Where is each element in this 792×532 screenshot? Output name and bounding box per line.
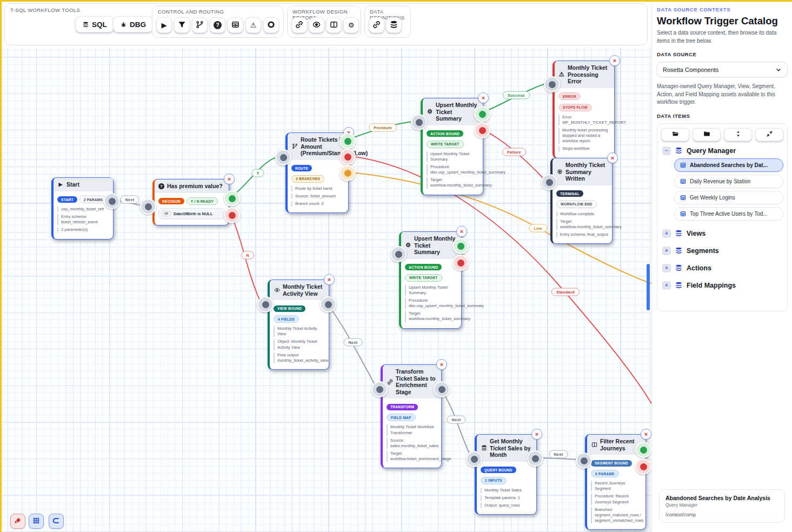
query-input-port[interactable] <box>466 451 482 467</box>
route-premium-port[interactable] <box>340 133 356 149</box>
close-node-button[interactable]: × <box>456 226 467 237</box>
chevron-down-icon <box>775 66 782 73</box>
table-icon <box>680 178 686 184</box>
tree-item-label: Daily Revenue by Station <box>690 178 750 184</box>
view-output-port[interactable] <box>320 296 336 312</box>
node-transform[interactable]: × Transform Ticket Sales to Enrichment S… <box>381 364 442 468</box>
node-badge: WRITE TARGET <box>427 141 464 148</box>
snap-magnet-button[interactable] <box>49 514 64 529</box>
tree-group-actions[interactable]: + Actions <box>662 264 782 272</box>
workflow-canvas[interactable]: Next Y N Premium Success Failure Low Sta… <box>0 48 651 532</box>
eye-icon <box>274 287 280 293</box>
tree-item-daily-revenue[interactable]: Daily Revenue by Station <box>674 175 783 188</box>
tree-group-segments[interactable]: + Segments <box>662 247 782 255</box>
canvas-scrollbar-thumb[interactable] <box>647 264 650 310</box>
play-tool-button[interactable]: ▶ <box>156 17 172 33</box>
warning-icon: ⚠ <box>250 22 257 29</box>
tree-group-field-mappings[interactable]: + Field Mappings <box>662 281 782 290</box>
columns-editor-button[interactable] <box>326 17 342 33</box>
decision-no-port[interactable] <box>224 207 240 223</box>
node-decision[interactable]: × ?Has premium value? DECISIONY / N READ… <box>152 179 229 225</box>
segment-matched-port[interactable] <box>635 442 651 458</box>
data-source-select[interactable]: Rosetta Components <box>657 62 788 77</box>
database-icon <box>675 264 682 271</box>
node-detail: Target: workflow.monthly_ticket_summary <box>427 177 480 188</box>
node-badge: ACTION BOUND <box>427 130 463 137</box>
folder-closed-icon <box>703 130 710 139</box>
node-title: Transform Ticket Sales to Enrichment Sta… <box>396 368 437 395</box>
node-detail: Upsert Monthly Ticket Summary <box>427 151 480 162</box>
detail-path: /context/comp <box>665 512 778 517</box>
tree-item-label: Abandoned Searches by Dat... <box>690 162 768 168</box>
sort-button[interactable] <box>724 128 752 141</box>
terminal-input-port[interactable] <box>541 174 557 190</box>
fit-collapse-button[interactable] <box>755 128 783 141</box>
close-node-button[interactable]: × <box>607 152 618 163</box>
node-processing-error[interactable]: × ⚠Monthly Ticket Processing Error ERROR… <box>553 61 615 158</box>
funnel-tool-button[interactable] <box>174 17 190 33</box>
eye-editor-button[interactable] <box>309 17 324 33</box>
upsert1-success-port[interactable] <box>474 106 490 122</box>
columns-icon <box>330 21 338 30</box>
close-node-button[interactable]: × <box>641 429 651 440</box>
collapse-all-button[interactable] <box>693 128 721 141</box>
upsert1-input-port[interactable] <box>411 114 427 130</box>
close-node-button[interactable]: × <box>531 429 542 440</box>
decision-yes-port[interactable] <box>224 190 240 207</box>
route-standard-port[interactable] <box>340 149 356 165</box>
node-get-ticket-sales[interactable]: × Get Monthly Ticket Sales by Month QUER… <box>475 434 537 515</box>
tree-group-query-manager[interactable]: − Query Manager <box>662 147 782 155</box>
node-summary-written[interactable]: × Monthly Ticket Summary Written TERMINA… <box>550 158 613 244</box>
error-input-port[interactable] <box>544 76 560 92</box>
route-input-port[interactable] <box>275 149 291 165</box>
node-activity-view[interactable]: × Monthly Ticket Activity View VIEW BOUN… <box>268 280 329 370</box>
branch-tool-button[interactable] <box>192 17 208 33</box>
close-node-button[interactable]: × <box>478 92 489 103</box>
tree-group-views[interactable]: + Views <box>662 229 782 238</box>
expand-group-button[interactable]: + <box>662 281 671 290</box>
tree-item-abandoned-searches[interactable]: Abandoned Searches by Dat... <box>674 158 783 172</box>
close-node-button[interactable]: × <box>224 174 235 184</box>
collapse-group-button[interactable]: − <box>662 147 671 155</box>
grid-toggle-button[interactable] <box>29 514 44 529</box>
start-output-port[interactable] <box>104 193 120 209</box>
link-data-button[interactable] <box>369 17 384 33</box>
transform-output-port[interactable] <box>434 381 450 397</box>
close-node-button[interactable]: × <box>609 55 620 66</box>
route-low-port[interactable] <box>340 165 356 181</box>
segment-unmatched-port[interactable] <box>635 458 651 475</box>
columns-icon <box>591 442 597 448</box>
panel-subtitle: Select a data source context, then brows… <box>657 29 788 45</box>
upsert2-success-port[interactable] <box>452 238 469 254</box>
clear-canvas-button[interactable] <box>10 514 25 529</box>
expand-all-button[interactable] <box>661 128 689 141</box>
design-editors-group: WORKFLOW DESIGN EDITORS ⚙ <box>287 5 361 38</box>
close-node-button[interactable]: × <box>436 359 447 370</box>
transform-input-port[interactable] <box>371 381 388 397</box>
sql-button[interactable]: SQL <box>75 16 114 32</box>
query-output-port[interactable] <box>527 450 543 467</box>
database-data-button[interactable] <box>386 17 402 33</box>
close-node-button[interactable]: × <box>324 274 335 285</box>
upsert2-input-port[interactable] <box>390 246 407 262</box>
node-start[interactable]: ▶Start START2 PARAMS usp_monthly_ticket_… <box>51 177 114 240</box>
warning-tool-button[interactable]: ⚠ <box>245 17 261 33</box>
view-input-port[interactable] <box>257 296 274 312</box>
segment-input-port[interactable] <box>576 453 592 469</box>
expand-group-button[interactable]: + <box>662 247 671 255</box>
question-tool-button[interactable]: ? <box>210 17 225 33</box>
dbg-button[interactable]: DBG <box>113 16 153 32</box>
table-tool-button[interactable] <box>228 17 243 33</box>
node-badge: VIEW BOUND <box>274 305 305 312</box>
stop-tool-button[interactable] <box>263 17 279 33</box>
decision-input-port[interactable] <box>140 198 156 215</box>
upsert1-failure-port[interactable] <box>474 122 490 138</box>
expand-group-button[interactable]: + <box>662 229 671 238</box>
tree-item-weekly-logins[interactable]: Get Weekly Logins <box>674 191 783 204</box>
gear-editor-button[interactable]: ⚙ <box>343 17 359 33</box>
expand-group-button[interactable]: + <box>662 264 671 272</box>
data-items-label: DATA ITEMS <box>657 113 788 119</box>
upsert2-failure-port[interactable] <box>452 255 469 271</box>
link-editor-button[interactable] <box>291 17 307 33</box>
tree-item-top-users[interactable]: Top Three Active Users by Tod... <box>674 207 783 221</box>
